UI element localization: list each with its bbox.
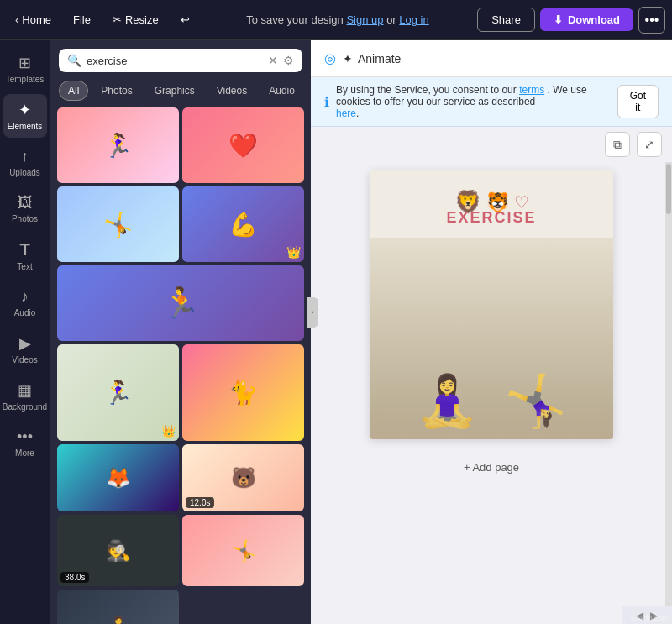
videos-icon: ▶ [19,334,31,353]
list-item[interactable]: 🏃 [57,265,304,341]
audio-icon: ♪ [21,288,29,306]
share-button[interactable]: Share [477,8,535,32]
copy-icon: ⧉ [613,138,622,152]
list-item[interactable]: 💪 👑 [182,186,304,262]
download-button[interactable]: ⬇ Download [540,8,633,31]
list-item[interactable]: 🏃‍♀️ 👑 [57,344,179,441]
list-item[interactable]: 🐈 [182,344,304,441]
sidebar-item-label: Templates [6,75,45,84]
sign-up-link[interactable]: Sign up [346,13,383,26]
photos-icon: 🖼 [18,194,33,212]
resize-icon: ✂ [113,13,122,26]
search-icon: 🔍 [67,54,81,67]
list-item[interactable]: ❤️ [182,107,304,183]
undo-icon: ↩ [181,13,190,26]
clear-search-button[interactable]: ✕ [268,54,278,67]
list-item[interactable]: 🕵️ 38.0s [57,515,179,586]
design-top-area: 🦁 🐯 EXERCISE ♡ 🧘‍♀️ 🤸‍♀️ [370,170,613,439]
search-input[interactable] [87,55,263,67]
topnav: ‹ Home File ✂ Resize ↩ To save your desi… [0,0,672,40]
resize-label: Resize [125,13,159,26]
list-item[interactable]: 🐻 12.0s [182,444,304,511]
canvas-scrollbar[interactable] [665,162,672,624]
sidebar-item-label: Text [17,262,32,271]
animate-bar: ◎ ✦ Animate [311,40,672,77]
tab-videos[interactable]: Videos [207,81,256,101]
chevron-left-icon: ‹ [15,13,18,26]
sidebar-item-templates[interactable]: ⊞ Templates [3,47,47,91]
info-circle-icon: ◎ [324,50,336,66]
sidebar-item-photos[interactable]: 🖼 Photos [3,187,47,230]
undo-button[interactable]: ↩ [172,10,198,29]
sidebar-item-videos[interactable]: ▶ Videos [3,328,47,371]
here-link[interactable]: here [336,107,356,119]
file-label: File [73,13,91,26]
canvas-area: ◎ ✦ Animate ℹ By using the Service, you … [311,40,672,624]
resize-button[interactable]: ✂ Resize [104,10,167,29]
save-prompt: To save your design Sign up or Log in [203,13,472,26]
duration-badge: 12.0s [186,497,214,508]
animate-label: Animate [358,52,401,66]
animate-button[interactable]: ✦ Animate [343,52,401,66]
canvas-toolbar: ⧉ ⤢ [311,127,672,162]
home-button[interactable]: ‹ Home [7,10,60,29]
download-label: Download [568,13,620,26]
sidebar-item-uploads[interactable]: ↑ Uploads [3,141,47,184]
list-item[interactable]: 🧘 [57,590,179,624]
sidebar-item-label: Elements [8,122,43,131]
elements-icon: ✦ [18,101,31,119]
exercise-title[interactable]: EXERCISE [446,209,536,227]
sidebar-item-audio[interactable]: ♪ Audio [3,281,47,324]
templates-icon: ⊞ [18,54,31,72]
list-item[interactable]: 🤸 [57,186,179,262]
crown-badge-2: 👑 [161,424,176,438]
heart-icon-1: ❤️ [228,132,258,160]
tab-graphics[interactable]: Graphics [145,81,204,101]
search-bar: 🔍 ✕ ⚙ [59,49,302,72]
cookie-info-icon: ℹ [324,94,329,110]
cookie-bar: ℹ By using the Service, you consent to o… [311,77,672,127]
uploads-icon: ↑ [21,148,29,165]
design-card: 🦁 🐯 EXERCISE ♡ 🧘‍♀️ 🤸‍♀️ [370,170,613,439]
search-panel: 🔍 ✕ ⚙ All Photos Graphics Videos Audio 🏃… [50,40,311,624]
home-label: Home [22,13,51,26]
sidebar-item-elements[interactable]: ✦ Elements [3,94,47,138]
sidebar-item-background[interactable]: ▦ Background [3,375,47,418]
crown-badge: 👑 [286,245,301,259]
sidebar-item-label: Videos [12,355,37,364]
exercise-icon-3: 💪 [228,211,258,239]
sidebar-item-label: Background [3,402,47,412]
sidebar-item-text[interactable]: T Text [3,233,47,278]
expand-button[interactable]: ⤢ [637,132,662,157]
expand-icon: ⤢ [644,138,654,151]
sidebar-item-more[interactable]: ••• More [3,422,47,464]
sidebar-item-label: Photos [12,214,38,223]
tab-audio[interactable]: Audio [260,81,304,101]
collapse-panel-button[interactable]: › [307,297,318,328]
list-item[interactable]: 🏃‍♀️ [57,107,179,183]
list-item[interactable]: 🦊 [57,444,179,511]
tab-all[interactable]: All [59,81,88,101]
cookie-text: By using the Service, you consent to our… [336,84,611,119]
watermark: wsxdn.com [631,614,669,622]
filter-button[interactable]: ⚙ [283,54,294,67]
got-it-button[interactable]: Got it [617,85,659,118]
text-icon: T [19,240,29,260]
sidebar-item-label: Audio [14,308,36,317]
sidebar: ⊞ Templates ✦ Elements ↑ Uploads 🖼 Photo… [0,40,50,624]
exercise-icon-2: 🤸 [103,211,133,239]
copy-to-clipboard-button[interactable]: ⧉ [605,132,630,157]
animate-icon: ✦ [343,52,353,66]
log-in-link[interactable]: Log in [399,13,428,26]
sidebar-item-label: Uploads [9,168,40,177]
file-button[interactable]: File [65,10,99,29]
list-item[interactable]: 🤸 [182,515,304,586]
more-options-button[interactable]: ••• [638,7,665,34]
canvas-scroll-thumb[interactable] [666,164,671,214]
add-page-button[interactable]: + Add page [370,449,613,485]
sidebar-item-label: More [15,448,34,458]
terms-link[interactable]: terms [519,84,544,96]
more-icon: ••• [17,428,33,446]
tab-photos[interactable]: Photos [92,81,141,101]
canvas-scroll-area[interactable]: 🦁 🐯 EXERCISE ♡ 🧘‍♀️ 🤸‍♀️ [311,162,672,624]
